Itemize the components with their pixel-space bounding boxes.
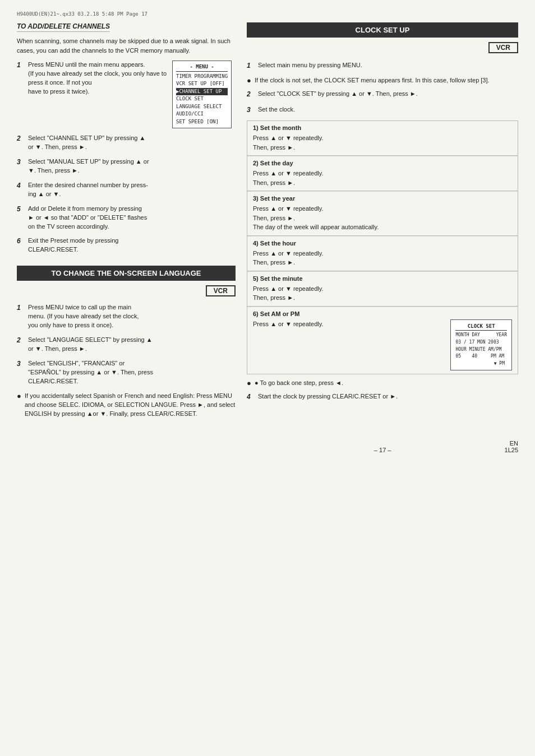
sub-1-line1: Press ▲ or ▼ repeatedly. (253, 133, 512, 143)
menu-item-channel: ▶CHANNEL SET UP (176, 88, 228, 96)
clock-step-1: 1 Select main menu by pressing MENU. (247, 61, 518, 71)
step-1-num: 1 (17, 61, 25, 128)
step-6: 6 Exit the Preset mode by pressingCLEAR/… (17, 236, 236, 254)
step-4-num: 4 (17, 181, 25, 199)
change-lang-title-text: TO CHANGE THE ON-SCREEN LANGUAGE (52, 269, 201, 277)
sub-2-title: 2) Set the day (253, 160, 512, 166)
main-content: TO ADD/DELETE CHANNELS When scanning, so… (17, 22, 518, 423)
footer-lang: EN (510, 440, 518, 447)
clock-set-section: CLOCK SET UP VCR 1 Select main menu by p… (247, 22, 518, 402)
change-lang-section: TO CHANGE THE ON-SCREEN LANGUAGE VCR 1 P… (17, 266, 236, 418)
clock-step-2-text: Select "CLOCK SET" by pressing ▲ or ▼. T… (258, 90, 418, 99)
file-info: H9400UD(EN)21~.qx33 03.2.18 5:48 PM Page… (17, 11, 147, 17)
step-1: 1 Press MENU until the main menu appears… (17, 61, 236, 128)
menu-item-vcr: VCR SET UP [OFF] (176, 80, 228, 88)
menu-item-clock: CLOCK SET (176, 95, 228, 103)
step-3-num: 3 (17, 157, 25, 175)
clock-bullet-back-text: ● To go back one step, press ◄. (255, 379, 343, 388)
sub-3-title: 3) Set the year (253, 195, 512, 202)
sub-1-line2: Then, press ►. (253, 143, 512, 152)
step-1-text: Press MENU until the main menu appears.(… (28, 61, 167, 95)
clock-set-title: CLOCK SET UP (247, 22, 518, 38)
menu-title: - MENU - (176, 63, 228, 72)
lang-bullet: ● If you accidentally select Spanish or … (17, 392, 236, 419)
lang-step-3: 3 Select "ENGLISH", "FRANCAIS" or"ESPAÑO… (17, 359, 236, 386)
sub-5-title: 5) Set the minute (253, 275, 512, 282)
menu-item-timer: TIMER PROGRAMMING (176, 73, 228, 81)
sub-3-content: 3) Set the year Press ▲ or ▼ repeatedly.… (247, 192, 518, 235)
clock-bullet-dot-1: ● (247, 76, 252, 85)
sub-4-line1: Press ▲ or ▼ repeatedly. (253, 249, 512, 258)
sub-2-line2: Then, press ►. (253, 178, 512, 188)
clock-display-row2-label: HOUR MINUTE AM/PM (455, 346, 507, 354)
clock-display-row1-val: 03 / 17 MON 2003 (455, 339, 507, 346)
sub-5-line2: Then, press ►. (253, 293, 512, 303)
clock-bullet-back: ● ● To go back one step, press ◄. (247, 379, 518, 388)
clock-step-3: 3 Set the clock. (247, 105, 518, 115)
sub-4-content: 4) Set the hour Press ▲ or ▼ repeatedly.… (247, 236, 518, 271)
clock-display-row1-label: MONTH DAY YEAR (455, 332, 507, 339)
menu-item-audio: AUDIO/CCI (176, 110, 228, 118)
menu-item-lang: LANGUAGE SELECT (176, 103, 228, 111)
sub-section-1: 1) Set the month Press ▲ or ▼ repeatedly… (247, 120, 518, 156)
sub-3-line3: The day of the week will appear automati… (253, 222, 512, 232)
clock-step-4-num: 4 (247, 392, 255, 402)
bullet-dot: ● (17, 392, 22, 419)
page-number: – 17 – (261, 447, 505, 453)
lang-step-3-num: 3 (17, 359, 25, 386)
sub-section-6: 6) Set AM or PM Press ▲ or ▼ repeatedly.… (247, 307, 518, 374)
step-6-text: Exit the Preset mode by pressingCLEAR/C.… (28, 236, 118, 254)
clock-step-3-text: Set the clock. (258, 105, 295, 115)
right-column: CLOCK SET UP VCR 1 Select main menu by p… (247, 22, 518, 423)
sub-3-line1: Press ▲ or ▼ repeatedly. (253, 204, 512, 214)
step-3: 3 Select "MANUAL SET UP" by pressing ▲ o… (17, 157, 236, 175)
sub-section-3: 3) Set the year Press ▲ or ▼ repeatedly.… (247, 192, 518, 236)
vcr-badge-lang: VCR (206, 285, 236, 296)
clock-display-row2-val: 05 40 PM AM (455, 353, 507, 360)
step-3-text: Select "MANUAL SET UP" by pressing ▲ or▼… (28, 157, 149, 175)
sub-5-line1: Press ▲ or ▼ repeatedly. (253, 284, 512, 294)
sub-6-content: 6) Set AM or PM Press ▲ or ▼ repeatedly.… (247, 307, 518, 374)
step-4-text: Enter the desired channel number by pres… (28, 181, 148, 199)
sub-4-line2: Then, press ►. (253, 258, 512, 267)
footer-version: 1L25 (505, 447, 518, 453)
clock-step-2-num: 2 (247, 90, 255, 99)
clock-display-arrow: ▼ PM (455, 360, 507, 368)
clock-bullet-1-text: If the clock is not set, the CLOCK SET m… (255, 76, 490, 85)
step-2-text: Select "CHANNEL SET UP" by pressing ▲or … (28, 134, 145, 152)
step-2-num: 2 (17, 134, 25, 152)
sub-section-5: 5) Set the minute Press ▲ or ▼ repeatedl… (247, 272, 518, 307)
lang-step-2-text: Select "LANGUAGE SELECT" by pressing ▲or… (28, 336, 153, 354)
left-column: TO ADD/DELETE CHANNELS When scanning, so… (17, 22, 236, 423)
menu-mockup: - MENU - TIMER PROGRAMMING VCR SET UP [O… (172, 61, 232, 128)
lang-step-3-text: Select "ENGLISH", "FRANCAIS" or"ESPAÑOL"… (28, 359, 153, 386)
page-footer: – 17 – EN 1L25 (17, 440, 518, 453)
lang-step-1: 1 Press MENU twice to call up the mainme… (17, 303, 236, 330)
sub-1-content: 1) Set the month Press ▲ or ▼ repeatedly… (247, 121, 518, 155)
sub-6-line1: Press ▲ or ▼ repeatedly. (253, 319, 445, 329)
sub-6-text-area: Press ▲ or ▼ repeatedly. (253, 319, 445, 329)
step-6-num: 6 (17, 236, 25, 254)
clock-step-3-num: 3 (247, 105, 255, 115)
lang-bullet-text: If you accidentally select Spanish or Fr… (25, 392, 236, 419)
sub-section-2: 2) Set the day Press ▲ or ▼ repeatedly. … (247, 156, 518, 191)
sub-3-line2: Then, press ►. (253, 214, 512, 223)
footer-right: EN 1L25 (505, 440, 518, 453)
step-4: 4 Enter the desired channel number by pr… (17, 181, 236, 199)
lang-step-1-num: 1 (17, 303, 25, 330)
sub-1-title: 1) Set the month (253, 124, 512, 131)
add-delete-title: TO ADD/DELETE CHANNELS (17, 22, 110, 32)
step-1-content: Press MENU until the main menu appears.(… (28, 61, 232, 128)
header-bar: H9400UD(EN)21~.qx33 03.2.18 5:48 PM Page… (17, 11, 518, 17)
clock-step-1-text: Select main menu by pressing MENU. (258, 61, 362, 71)
sub-6-title: 6) Set AM or PM (253, 310, 512, 317)
clock-step-2: 2 Select "CLOCK SET" by pressing ▲ or ▼.… (247, 90, 518, 99)
lang-step-1-text: Press MENU twice to call up the mainmenu… (28, 303, 139, 330)
step-5-num: 5 (17, 205, 25, 231)
sub-4-title: 4) Set the hour (253, 240, 512, 247)
vcr-badge-clock: VCR (488, 42, 518, 53)
clock-bullet-back-dot: ● (247, 379, 252, 388)
add-delete-section: TO ADD/DELETE CHANNELS When scanning, so… (17, 22, 236, 254)
page: H9400UD(EN)21~.qx33 03.2.18 5:48 PM Page… (0, 0, 535, 756)
change-lang-title: TO CHANGE THE ON-SCREEN LANGUAGE (17, 266, 236, 281)
